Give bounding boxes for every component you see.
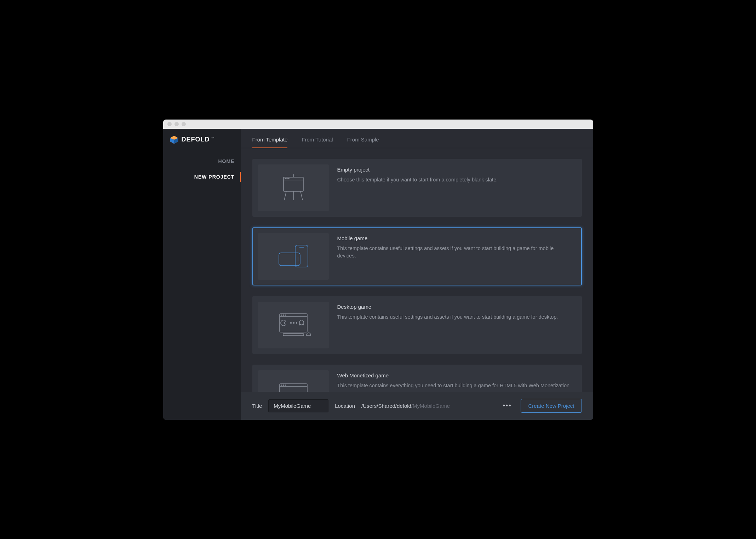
svg-rect-16 bbox=[279, 253, 300, 266]
easel-icon bbox=[276, 170, 311, 205]
template-title: Desktop game bbox=[337, 304, 558, 310]
mobile-devices-icon bbox=[274, 239, 313, 274]
brand-name: DEFOLD bbox=[182, 136, 210, 143]
tab-bar: From Template From Tutorial From Sample bbox=[241, 129, 593, 148]
tab-from-sample[interactable]: From Sample bbox=[347, 137, 379, 148]
footer-bar: Title Location /Users/Shared/defold/MyMo… bbox=[241, 392, 593, 420]
location-label: Location bbox=[335, 403, 355, 409]
tab-label: From Tutorial bbox=[302, 137, 333, 143]
template-text: Mobile game This template contains usefu… bbox=[337, 233, 576, 280]
template-thumb bbox=[258, 302, 329, 348]
template-title: Mobile game bbox=[337, 235, 573, 241]
project-title-input[interactable] bbox=[268, 399, 328, 412]
template-description: This template contains useful settings a… bbox=[337, 313, 558, 321]
svg-point-30 bbox=[281, 385, 282, 386]
template-thumb bbox=[258, 164, 329, 211]
maximize-window-button[interactable] bbox=[182, 122, 186, 126]
template-text: Empty project Choose this template if yo… bbox=[337, 164, 502, 211]
template-description: Choose this template if you want to star… bbox=[337, 176, 498, 184]
tab-label: From Template bbox=[252, 137, 288, 143]
svg-point-22 bbox=[283, 315, 284, 315]
svg-point-25 bbox=[293, 322, 294, 323]
template-card-desktop[interactable]: Desktop game This template contains usef… bbox=[252, 296, 582, 354]
location-base: /Users/Shared/defold bbox=[361, 403, 411, 409]
svg-point-21 bbox=[281, 315, 282, 315]
template-text: Web Monetized game This template contain… bbox=[337, 370, 573, 392]
sidebar-item-label: HOME bbox=[218, 158, 235, 164]
sidebar-item-label: NEW PROJECT bbox=[194, 174, 235, 180]
svg-line-11 bbox=[300, 191, 303, 200]
svg-point-32 bbox=[285, 385, 286, 386]
location-suffix: /MyMobileGame bbox=[411, 403, 450, 409]
template-description: This template contains everything you ne… bbox=[337, 382, 570, 390]
svg-line-10 bbox=[284, 191, 286, 200]
template-text: Desktop game This template contains usef… bbox=[337, 302, 562, 348]
tab-from-template[interactable]: From Template bbox=[252, 137, 288, 148]
defold-logo-icon bbox=[170, 135, 179, 144]
template-list[interactable]: Empty project Choose this template if yo… bbox=[241, 148, 593, 392]
tab-from-tutorial[interactable]: From Tutorial bbox=[302, 137, 333, 148]
svg-point-24 bbox=[290, 322, 291, 323]
template-card-empty[interactable]: Empty project Choose this template if yo… bbox=[252, 159, 582, 217]
trademark-icon: ™ bbox=[211, 137, 214, 140]
create-new-project-button[interactable]: Create New Project bbox=[521, 399, 582, 413]
template-thumb bbox=[258, 370, 329, 392]
tab-label: From Sample bbox=[347, 137, 379, 143]
svg-point-7 bbox=[287, 178, 287, 179]
svg-rect-27 bbox=[283, 334, 304, 336]
svg-point-26 bbox=[296, 322, 297, 323]
template-description: This template contains useful settings a… bbox=[337, 245, 573, 260]
template-card-web-monetized[interactable]: Web Monetized game This template contain… bbox=[252, 365, 582, 392]
template-title: Web Monetized game bbox=[337, 372, 570, 378]
svg-point-8 bbox=[288, 178, 289, 179]
main-panel: From Template From Tutorial From Sample bbox=[241, 129, 593, 420]
brand-logo: DEFOLD ™ bbox=[163, 135, 241, 153]
svg-rect-14 bbox=[295, 245, 308, 267]
minimize-window-button[interactable] bbox=[174, 122, 179, 126]
more-options-button[interactable]: ••• bbox=[500, 401, 515, 411]
sidebar: DEFOLD ™ HOME NEW PROJECT bbox=[163, 129, 241, 420]
close-window-button[interactable] bbox=[167, 122, 172, 126]
app-window: DEFOLD ™ HOME NEW PROJECT From Template … bbox=[163, 120, 593, 420]
svg-point-31 bbox=[283, 385, 284, 386]
desktop-pacman-icon bbox=[274, 307, 313, 343]
sidebar-item-home[interactable]: HOME bbox=[163, 153, 241, 169]
location-path: /Users/Shared/defold/MyMobileGame bbox=[361, 403, 450, 409]
sidebar-item-new-project[interactable]: NEW PROJECT bbox=[163, 169, 241, 185]
web-browser-icon bbox=[274, 376, 313, 392]
svg-point-23 bbox=[285, 315, 286, 315]
template-card-mobile[interactable]: Mobile game This template contains usefu… bbox=[252, 227, 582, 285]
svg-point-6 bbox=[285, 178, 286, 179]
svg-rect-4 bbox=[284, 177, 303, 191]
app-body: DEFOLD ™ HOME NEW PROJECT From Template … bbox=[163, 129, 593, 420]
window-titlebar bbox=[163, 120, 593, 129]
title-label: Title bbox=[252, 403, 262, 409]
template-thumb bbox=[258, 233, 329, 280]
template-title: Empty project bbox=[337, 167, 498, 173]
